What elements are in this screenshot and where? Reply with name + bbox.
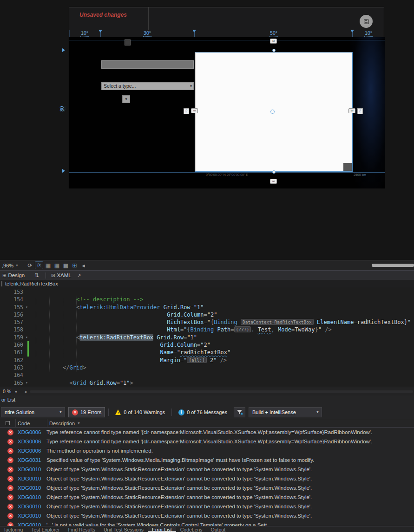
grid-row-line[interactable] bbox=[69, 40, 385, 40]
error-code-link[interactable]: XDG0010 bbox=[18, 467, 46, 472]
type-combobox-control[interactable]: Select a type... ▾ bbox=[101, 82, 194, 90]
zoom-combobox[interactable]: ,96% ▼ bbox=[0, 261, 20, 270]
line-number: 154 bbox=[0, 296, 23, 303]
top-handle[interactable] bbox=[272, 49, 276, 52]
warnings-toggle-button[interactable]: ! 0 of 140 Warnings bbox=[112, 407, 168, 417]
error-row[interactable]: ✕XDG0006The method or operation is not i… bbox=[0, 446, 414, 455]
code-text: Grid.Column="2" bbox=[33, 341, 210, 349]
error-row[interactable]: ✕XDG0010Object of type 'System.Windows.S… bbox=[0, 493, 414, 502]
error-row[interactable]: ✕XDG0010Object of type 'System.Windows.S… bbox=[0, 511, 414, 520]
error-row[interactable]: ✕XDG0010'...' is not a valid value for t… bbox=[0, 520, 414, 526]
effects-fx-icon[interactable]: fx bbox=[35, 261, 43, 269]
panel-tab-output[interactable]: Output bbox=[207, 526, 230, 532]
error-code-link[interactable]: XDG0031 bbox=[18, 457, 46, 463]
designer-horizontal-scrollbar[interactable] bbox=[372, 264, 414, 267]
error-code-link[interactable]: XDG0010 bbox=[18, 513, 46, 519]
anchor-bottom-icon[interactable]: ∞ bbox=[270, 179, 277, 184]
error-code-link[interactable]: XDG0006 bbox=[18, 429, 46, 435]
column-size-label[interactable]: 10* bbox=[80, 30, 89, 37]
error-list-column-headers: Code Description ▼ bbox=[0, 419, 414, 428]
description-column-header[interactable]: Description ▼ bbox=[47, 419, 414, 427]
error-row[interactable]: ✕XDG0010Object of type 'System.Windows.S… bbox=[0, 483, 414, 493]
column-size-label[interactable]: 10* bbox=[364, 30, 373, 37]
error-code-link[interactable]: XDG0010 bbox=[18, 494, 46, 500]
editor-horizontal-scrollbar[interactable] bbox=[30, 390, 413, 393]
snap-grid-icon[interactable]: ▩ bbox=[62, 261, 70, 270]
line-number: 157 bbox=[0, 318, 23, 326]
filter-button[interactable] bbox=[234, 407, 245, 417]
margin-badge-left[interactable]: 2 bbox=[184, 108, 189, 114]
code-line: 162 Margin="[all:] 2" /> bbox=[0, 357, 414, 364]
error-description: Type reference cannot find type named '{… bbox=[46, 429, 372, 435]
panel-tab-test-explorer[interactable]: Test Explorer bbox=[27, 526, 64, 532]
code-text: </Grid> bbox=[33, 364, 86, 371]
error-row[interactable]: ✕XDG0006Type reference cannot find type … bbox=[0, 428, 414, 437]
designer-canvas[interactable]: Unsaved changes 10*30*50*10* bbox=[0, 0, 414, 260]
refresh-icon[interactable]: ⟳ bbox=[26, 261, 34, 270]
panel-tab-codelens[interactable]: CodeLens bbox=[176, 526, 207, 532]
error-code-link[interactable]: XDG0010 bbox=[18, 522, 46, 526]
resize-grip[interactable] bbox=[343, 163, 352, 171]
editor-zoom-value: 0 % bbox=[3, 389, 11, 394]
tab-design[interactable]: ⊞Design bbox=[2, 271, 25, 280]
code-column-header[interactable]: Code bbox=[16, 419, 47, 427]
severity-column-header[interactable] bbox=[0, 419, 16, 427]
xaml-editor[interactable]: 153154 <!-- description -->155▾ <telerik… bbox=[0, 288, 414, 387]
error-code-link[interactable]: XDG0010 bbox=[18, 504, 46, 509]
grid-cells-icon[interactable]: ▦ bbox=[53, 261, 61, 270]
error-description: Object of type 'System.Windows.StaticRes… bbox=[46, 494, 312, 500]
anchor-left-icon[interactable]: ∞ bbox=[191, 108, 198, 113]
breadcrumb[interactable]: telerik:RadRichTextBox bbox=[0, 280, 414, 288]
error-row[interactable]: ✕XDG0010Object of type 'System.Windows.S… bbox=[0, 465, 414, 474]
errors-toggle-button[interactable]: ✕ 19 Errors bbox=[68, 407, 105, 417]
bottom-handle[interactable] bbox=[272, 170, 276, 174]
error-code-link[interactable]: XDG0006 bbox=[18, 448, 46, 454]
dropdown-button-control[interactable]: ▾ bbox=[122, 95, 130, 103]
build-filter-dropdown[interactable]: Build + IntelliSense ▼ bbox=[249, 407, 322, 417]
error-row[interactable]: ✕XDG0010Object of type 'System.Windows.S… bbox=[0, 502, 414, 511]
margin-badge-right[interactable]: 2 bbox=[357, 108, 363, 114]
scope-filter-dropdown[interactable]: ntire Solution ▼ bbox=[1, 407, 65, 417]
code-line: 156 Grid.Column="2" bbox=[0, 311, 414, 318]
design-grid-surface[interactable]: Select a type... ▾ ▾ ∞ ∞ 2 ∞ ∞ 2 0°00'00… bbox=[69, 37, 385, 188]
textbox-control[interactable] bbox=[101, 60, 194, 69]
panel-tab-find-results[interactable]: Find Results bbox=[64, 526, 99, 532]
line-number: 153 bbox=[0, 288, 23, 296]
column-size-label[interactable]: 50* bbox=[269, 30, 278, 37]
error-row[interactable]: ✕XDG0031Specified value of type 'System.… bbox=[0, 455, 414, 465]
breadcrumb-path[interactable]: telerik:RadRichTextBox bbox=[5, 280, 58, 288]
collapse-panel-icon[interactable]: ◂ bbox=[79, 261, 87, 270]
column-size-label[interactable]: 30* bbox=[143, 30, 151, 37]
fold-toggle-icon[interactable]: ▾ bbox=[26, 379, 31, 387]
swap-panes-button[interactable]: ⇅ bbox=[34, 271, 41, 280]
error-code-link[interactable]: XDG0010 bbox=[18, 485, 46, 491]
center-handle[interactable] bbox=[270, 110, 275, 114]
error-code-link[interactable]: XDG0006 bbox=[18, 439, 46, 444]
popout-button[interactable]: ↗ bbox=[77, 271, 83, 280]
grid-row-line[interactable] bbox=[69, 172, 385, 173]
scroll-left-button[interactable]: ◂ bbox=[24, 388, 26, 395]
panel-tab-factoring[interactable]: factoring bbox=[0, 526, 27, 532]
panel-tab-error-list[interactable]: Error List bbox=[148, 526, 176, 532]
show-grid-icon[interactable]: ▦ bbox=[44, 261, 52, 270]
anchor-top-icon[interactable]: ∞ bbox=[270, 39, 277, 44]
fold-toggle-icon[interactable]: ▾ bbox=[26, 334, 31, 341]
snap-guides-icon[interactable]: ⊞ bbox=[71, 261, 79, 270]
messages-toggle-button[interactable]: i 0 of 76 Messages bbox=[175, 407, 230, 417]
error-description: '...' is not a valid value for the 'Syst… bbox=[46, 522, 267, 526]
row-size-label[interactable]: 80 bbox=[59, 106, 65, 112]
tab-xaml[interactable]: ⊠XAML bbox=[51, 271, 72, 280]
design-view-icon: ⊞ bbox=[2, 273, 6, 278]
error-code-link[interactable]: XDG0010 bbox=[18, 476, 46, 481]
anchor-right-icon[interactable]: ∞ bbox=[348, 108, 355, 113]
error-row[interactable]: ✕XDG0006Type reference cannot find type … bbox=[0, 437, 414, 446]
row-grip-icon[interactable] bbox=[62, 48, 65, 52]
panel-tab-unit-test-sessions[interactable]: Unit Test Sessions bbox=[99, 526, 148, 532]
fold-toggle-icon[interactable]: ▾ bbox=[26, 304, 31, 311]
designer-artboard[interactable]: Unsaved changes 10*30*50*10* bbox=[69, 7, 384, 188]
error-row[interactable]: ✕XDG0010Object of type 'System.Windows.S… bbox=[0, 474, 414, 483]
line-number: 156 bbox=[0, 311, 23, 318]
row-grip-icon[interactable] bbox=[62, 169, 65, 173]
editor-zoom-combobox[interactable]: 0 % ▼ bbox=[1, 388, 20, 395]
save-button[interactable] bbox=[360, 15, 373, 28]
